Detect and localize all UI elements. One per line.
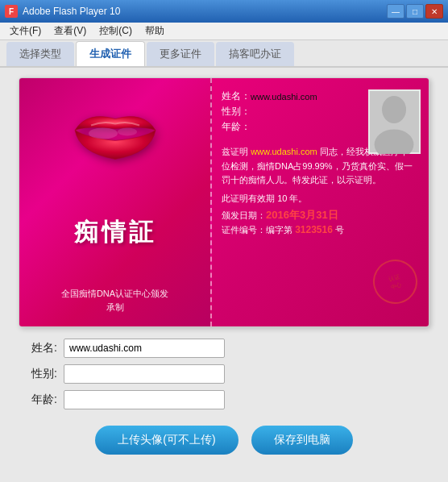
- menu-view[interactable]: 查看(V): [48, 23, 93, 39]
- save-button[interactable]: 保存到电脑: [251, 426, 353, 455]
- tab-generate-cert[interactable]: 生成证件: [76, 41, 145, 66]
- gender-input[interactable]: [64, 364, 225, 384]
- app-icon-label: F: [9, 7, 14, 16]
- card-subtitle: 全国痴情DNA认证中心颁发 承制: [61, 287, 168, 314]
- cert-serial-suffix: 号: [335, 225, 344, 235]
- cert-date-value: 2016年3月31日: [266, 208, 338, 222]
- app-icon: F: [5, 5, 18, 18]
- cert-stamp: 认证中心: [368, 255, 422, 309]
- tab-select-type[interactable]: 选择类型: [6, 42, 74, 66]
- tab-more-cert[interactable]: 更多证件: [147, 42, 214, 66]
- form-gender-row: 性别:: [25, 364, 423, 384]
- photo-box: [368, 89, 421, 154]
- window-controls: — □ ✕: [387, 4, 443, 19]
- menu-file[interactable]: 文件(F): [3, 23, 48, 39]
- name-input[interactable]: [64, 339, 225, 358]
- cert-date-row: 颁发日期： 2016年3月31日: [222, 208, 419, 222]
- window-title: Adobe Flash Player 10: [23, 6, 387, 17]
- close-button[interactable]: ✕: [425, 4, 443, 19]
- card-main-title: 痴情証: [74, 216, 156, 249]
- buttons-row: 上传头像(可不上传) 保存到电脑: [95, 426, 352, 455]
- cert-card: 痴情証 全国痴情DNA认证中心颁发 承制 姓名： ww: [19, 77, 429, 327]
- lips-icon: [63, 94, 168, 171]
- cert-validity: 此证明有效期 10 年。: [222, 193, 419, 205]
- cert-gender-label: 性别：: [222, 105, 251, 118]
- svg-point-0: [89, 128, 118, 139]
- form-name-label: 姓名:: [25, 341, 57, 355]
- cert-name-label: 姓名：: [222, 89, 251, 103]
- upload-button[interactable]: 上传头像(可不上传): [95, 426, 238, 455]
- form-age-row: 年龄:: [25, 390, 423, 409]
- cert-serial-row: 证件编号：编字第 3123516 号: [222, 224, 419, 236]
- cert-date-label: 颁发日期：: [222, 210, 266, 222]
- cert-url-highlight: www.udashi.com: [251, 147, 317, 156]
- form-name-row: 姓名:: [25, 339, 423, 358]
- card-right-panel: 姓名： www.udashi.com 性别： 年龄： 兹证明 www.udash…: [212, 78, 429, 326]
- menu-control[interactable]: 控制(C): [93, 23, 139, 39]
- tab-fun-cert[interactable]: 搞客吧办证: [216, 42, 294, 66]
- cert-age-label: 年龄：: [222, 120, 251, 134]
- cert-serial-value: 3123516: [295, 224, 333, 235]
- main-area: 痴情証 全国痴情DNA认证中心颁发 承制 姓名： ww: [0, 68, 448, 482]
- age-input[interactable]: [64, 390, 225, 409]
- svg-point-3: [382, 96, 406, 123]
- tabs-bar: 选择类型 生成证件 更多证件 搞客吧办证: [0, 40, 448, 68]
- cert-serial-label: 证件编号：编字第: [222, 225, 292, 235]
- cert-name-value: www.udashi.com: [251, 92, 317, 102]
- form-area: 姓名: 性别: 年龄:: [19, 335, 429, 413]
- form-gender-label: 性别:: [25, 367, 57, 381]
- card-left-panel: 痴情証 全国痴情DNA认证中心颁发 承制: [19, 78, 212, 326]
- menu-help[interactable]: 帮助: [139, 23, 171, 39]
- menubar: 文件(F) 查看(V) 控制(C) 帮助: [0, 23, 448, 40]
- maximize-button[interactable]: □: [406, 4, 424, 19]
- svg-point-1: [118, 128, 137, 136]
- photo-silhouette: [370, 89, 419, 154]
- minimize-button[interactable]: —: [387, 4, 404, 19]
- form-age-label: 年龄:: [25, 393, 57, 407]
- cert-text-intro: 兹证明: [222, 147, 248, 156]
- titlebar: F Adobe Flash Player 10 — □ ✕: [0, 0, 448, 23]
